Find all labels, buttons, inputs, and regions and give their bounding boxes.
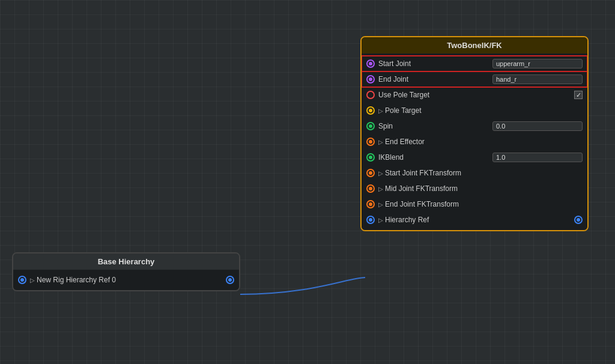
spin-label: Spin <box>378 122 490 130</box>
hierarchy-ref-row: ▷ Hierarchy Ref <box>362 212 587 228</box>
end-joint-input[interactable] <box>492 74 583 84</box>
end-joint-row: End Joint <box>362 71 587 87</box>
twobone-body: Start Joint End Joint Use Pole Target ✓ … <box>362 53 587 230</box>
twobone-node: TwoBoneIK/FK Start Joint End Joint Use P… <box>360 36 589 231</box>
end-effector-label: End Effector <box>385 138 583 146</box>
pole-target-row: ▷ Pole Target <box>362 103 587 118</box>
use-pole-target-checkbox[interactable]: ✓ <box>574 91 583 99</box>
ikblend-label: IKBlend <box>378 153 490 162</box>
mid-joint-fk-label: Mid Joint FKTransform <box>385 184 583 193</box>
start-joint-fk-row: ▷ Start Joint FKTransform <box>362 165 587 181</box>
ikblend-pin[interactable] <box>366 153 375 162</box>
spin-row: Spin <box>362 118 587 134</box>
end-joint-fk-label: End Joint FKTransform <box>385 200 583 208</box>
start-joint-input[interactable] <box>492 59 583 68</box>
base-hierarchy-title: Base Hierarchy <box>13 253 239 270</box>
new-rig-label: New Rig Hierarchy Ref 0 <box>37 276 234 284</box>
start-joint-fk-expand[interactable]: ▷ <box>378 170 383 177</box>
use-pole-target-label: Use Pole Target <box>378 91 572 99</box>
spin-input[interactable] <box>492 121 583 131</box>
mid-joint-fk-row: ▷ Mid Joint FKTransform <box>362 181 587 196</box>
hierarchy-ref-pin-left[interactable] <box>366 216 375 224</box>
hierarchy-ref-expand[interactable]: ▷ <box>378 217 383 223</box>
new-rig-pin-left[interactable] <box>18 276 26 284</box>
pole-target-pin[interactable] <box>366 106 375 115</box>
ikblend-input[interactable] <box>492 153 583 162</box>
start-joint-fk-label: Start Joint FKTransform <box>385 169 583 177</box>
start-joint-row: Start Joint <box>362 56 587 71</box>
hierarchy-ref-label: Hierarchy Ref <box>385 216 583 224</box>
base-hierarchy-body: ▷ New Rig Hierarchy Ref 0 <box>13 270 239 290</box>
use-pole-target-row: Use Pole Target ✓ <box>362 87 587 103</box>
pole-target-expand[interactable]: ▷ <box>378 108 383 114</box>
start-joint-fk-pin[interactable] <box>366 169 375 177</box>
spin-pin[interactable] <box>366 122 375 130</box>
end-joint-label: End Joint <box>378 75 490 83</box>
use-pole-target-pin[interactable] <box>366 91 375 99</box>
new-rig-pin-right[interactable] <box>226 276 234 284</box>
mid-joint-fk-expand[interactable]: ▷ <box>378 186 383 192</box>
end-effector-row: ▷ End Effector <box>362 134 587 150</box>
start-joint-pin[interactable] <box>366 59 375 68</box>
mid-joint-fk-pin[interactable] <box>366 184 375 193</box>
start-joint-label: Start Joint <box>378 59 490 68</box>
end-effector-expand[interactable]: ▷ <box>378 139 383 145</box>
end-effector-pin[interactable] <box>366 138 375 146</box>
hierarchy-ref-pin-right[interactable] <box>574 216 583 224</box>
new-rig-row: ▷ New Rig Hierarchy Ref 0 <box>13 272 239 288</box>
end-joint-fk-pin[interactable] <box>366 200 375 208</box>
end-joint-pin[interactable] <box>366 75 375 83</box>
end-joint-fk-row: ▷ End Joint FKTransform <box>362 196 587 212</box>
base-hierarchy-node: Base Hierarchy ▷ New Rig Hierarchy Ref 0 <box>12 252 240 291</box>
ikblend-row: IKBlend <box>362 150 587 165</box>
new-rig-expand[interactable]: ▷ <box>30 277 35 284</box>
pole-target-label: Pole Target <box>385 106 583 115</box>
end-joint-fk-expand[interactable]: ▷ <box>378 201 383 208</box>
twobone-title: TwoBoneIK/FK <box>362 37 587 53</box>
